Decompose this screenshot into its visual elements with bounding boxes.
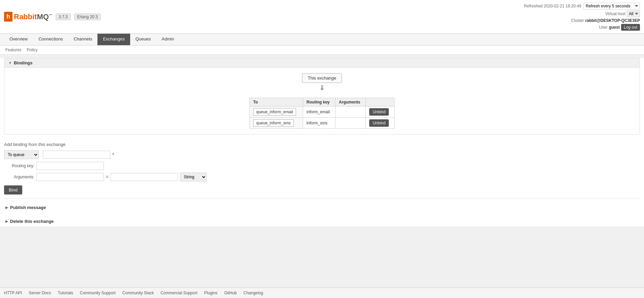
to-form-row: To queue To exchange * <box>4 150 640 159</box>
logo: h RabbitMQ™ <box>4 12 52 22</box>
arguments-sms <box>335 118 366 129</box>
logout-button[interactable]: Log out <box>621 24 640 31</box>
table-row: queue_inform_email inform_email Unbind <box>250 107 394 118</box>
nav-item-admin[interactable]: Admin <box>156 34 179 45</box>
routing-key-input[interactable] <box>36 162 104 170</box>
col-arguments: Arguments <box>335 98 366 107</box>
vhost-row: Virtual host All / <box>605 10 640 17</box>
delete-exchange-section: ▶ Delete this exchange <box>4 216 640 227</box>
arguments-email <box>335 107 366 118</box>
col-routing-key: Routing key <box>303 98 335 107</box>
col-action <box>366 98 394 107</box>
col-to: To <box>250 98 303 107</box>
vhost-select[interactable]: All / <box>627 10 640 17</box>
subnav-policy[interactable]: Policy <box>25 47 39 53</box>
unbind-cell-email: Unbind <box>366 107 394 118</box>
to-cell-sms: queue_inform_sms <box>250 118 303 129</box>
version-badge: 3.7.3 <box>56 13 71 20</box>
nav-item-queues[interactable]: Queues <box>130 34 156 45</box>
routing-key-label: Routing key: <box>4 163 34 168</box>
user-value: guest <box>609 25 620 30</box>
bindings-diagram: This exchange ⇓ <box>8 73 636 92</box>
nav: Overview Connections Channels Exchanges … <box>0 34 644 46</box>
arg-name-input[interactable] <box>36 173 104 181</box>
logo-icon: h <box>4 12 12 22</box>
delete-arrow-icon: ▶ <box>5 219 8 223</box>
delete-exchange-title: Delete this exchange <box>10 219 54 224</box>
add-binding-title: Add binding from this exchange <box>4 142 640 147</box>
to-input[interactable] <box>43 151 110 159</box>
nav-item-exchanges[interactable]: Exchanges <box>97 34 130 45</box>
bind-button[interactable]: Bind <box>4 185 22 195</box>
unbind-sms-button[interactable]: Unbind <box>369 119 389 127</box>
queue-name-email: queue_inform_email <box>253 108 296 116</box>
erlang-badge: Erlang 20.3 <box>74 13 101 20</box>
delete-exchange-header[interactable]: ▶ Delete this exchange <box>4 216 640 227</box>
to-cell-email: queue_inform_email <box>250 107 303 118</box>
arg-value-input[interactable] <box>111 173 178 181</box>
bindings-section: ▼ Bindings This exchange ⇓ To Routing ke… <box>4 58 640 135</box>
routing-key-email: inform_email <box>303 107 335 118</box>
bindings-title: Bindings <box>14 60 33 65</box>
routing-key-sms: inform_sms <box>303 118 335 129</box>
user-label: User <box>599 25 608 30</box>
arg-type-select[interactable]: String Number Boolean <box>180 173 207 181</box>
nav-item-channels[interactable]: Channels <box>68 34 97 45</box>
this-exchange-box: This exchange <box>302 73 342 83</box>
refresh-select[interactable]: No refresh Refresh every 5 seconds Refre… <box>583 3 640 9</box>
equals-sign: = <box>106 174 109 180</box>
arrow-down-icon: ⇓ <box>319 84 325 91</box>
publish-message-title: Publish message <box>10 205 46 210</box>
bindings-table: To Routing key Arguments queue_inform_em… <box>250 98 394 129</box>
required-star: * <box>112 152 114 157</box>
header-right: Refreshed 2020-02-21 18:20:49 No refresh… <box>524 3 640 31</box>
nav-item-overview[interactable]: Overview <box>4 34 33 45</box>
subnav: Features Policy <box>0 46 644 55</box>
publish-message-header[interactable]: ▶ Publish message <box>4 202 640 213</box>
arguments-label: Arguments: <box>4 175 34 179</box>
add-binding-section: Add binding from this exchange To queue … <box>0 138 644 199</box>
bindings-section-body: This exchange ⇓ To Routing key Arguments… <box>4 68 640 134</box>
unbind-cell-sms: Unbind <box>366 118 394 129</box>
cluster-label: Cluster <box>571 18 584 23</box>
refreshed-label: Refreshed 2020-02-21 18:20:49 <box>524 4 581 8</box>
divider-1 <box>4 199 640 199</box>
vhost-label: Virtual host <box>605 11 625 16</box>
unbind-email-button[interactable]: Unbind <box>369 108 389 116</box>
table-row: queue_inform_sms inform_sms Unbind <box>250 118 394 129</box>
main: ▼ Bindings This exchange ⇓ To Routing ke… <box>0 58 644 227</box>
user-row: User guest Log out <box>599 24 640 31</box>
to-select[interactable]: To queue To exchange <box>4 150 39 159</box>
nav-item-connections[interactable]: Connections <box>33 34 68 45</box>
subnav-features[interactable]: Features <box>4 47 23 53</box>
publish-message-section: ▶ Publish message <box>4 202 640 213</box>
arguments-form-row: Arguments: = String Number Boolean <box>4 173 640 181</box>
bindings-section-header[interactable]: ▼ Bindings <box>4 58 640 68</box>
cluster-row: Cluster rabbit@DESKTOP-QC3E3EP <box>571 18 640 23</box>
publish-arrow-icon: ▶ <box>5 206 8 209</box>
cluster-value: rabbit@DESKTOP-QC3E3EP <box>585 18 640 23</box>
routing-key-form-row: Routing key: <box>4 162 640 170</box>
refresh-row: Refreshed 2020-02-21 18:20:49 No refresh… <box>524 3 640 9</box>
logo-text: RabbitMQ™ <box>14 12 52 21</box>
queue-name-sms: queue_inform_sms <box>253 119 294 127</box>
header: h RabbitMQ™ 3.7.3 Erlang 20.3 Refreshed … <box>0 0 644 34</box>
bindings-arrow-icon: ▼ <box>8 61 12 65</box>
header-left: h RabbitMQ™ 3.7.3 Erlang 20.3 <box>4 12 101 22</box>
